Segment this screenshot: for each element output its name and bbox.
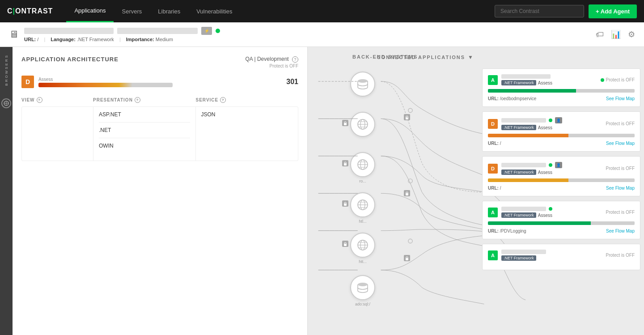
app-card-1: A .NET Framework Assess Protect is OFF	[482, 68, 640, 107]
node-label-5: htt...	[359, 259, 367, 264]
node-circle-3	[350, 152, 375, 177]
lock-2	[342, 120, 348, 126]
app-header: 🖥 ⚡ URL: / | Language: .NET Framework | …	[0, 22, 644, 47]
app-badge: D	[21, 76, 34, 88]
node-label-3: ro...	[359, 179, 366, 183]
tech-owin: OWIN	[99, 138, 190, 153]
backend-node-5: htt...	[350, 233, 375, 264]
nav-vulnerabilities[interactable]: Vulnerabilities	[188, 0, 240, 22]
app-meta: URL: / | Language: .NET Framework | Impo…	[24, 37, 590, 42]
badge-2: D	[488, 119, 498, 129]
monitor-icon: 🖥	[9, 29, 19, 40]
connected-apps-panel: A .NET Framework Assess Protect is OFF	[479, 65, 644, 335]
connected-title: CONNECTED APPLICATIONS ▼	[377, 54, 474, 60]
presentation-help-icon[interactable]: ?	[135, 97, 140, 103]
flow-canvas: BACK-END SYSTEMS CONNECTED APPLICATIONS …	[308, 47, 644, 335]
svg-point-33	[408, 179, 412, 183]
navbar: C|ONTRAST Applications Servers Libraries…	[0, 0, 644, 22]
lock-4	[342, 200, 348, 207]
svg-rect-10	[344, 163, 347, 165]
framework-4: .NET Framework Assess	[501, 212, 602, 218]
framework-3: .NET Framework Assess	[501, 170, 602, 175]
protect-5: Protect is OFF	[606, 253, 635, 258]
protect-4: Protect is OFF	[606, 210, 635, 215]
browsers-label: BROWSERS	[4, 54, 8, 86]
bar-chart-icon[interactable]: 📊	[611, 30, 621, 39]
protect-1: Protect is OFF	[606, 77, 635, 82]
svg-point-3	[358, 79, 368, 83]
svg-rect-29	[406, 117, 408, 119]
gear-icon[interactable]: ⚙	[628, 30, 635, 39]
env-label: QA | Development ?	[245, 56, 298, 63]
view-help-icon[interactable]: ?	[37, 97, 42, 103]
app-title-block: ⚡ URL: / | Language: .NET Framework | Im…	[24, 27, 590, 42]
tech-aspnet: ASP.NET	[99, 107, 190, 123]
tech-json: JSON	[201, 107, 293, 122]
backend-node-4: htl...	[350, 192, 375, 224]
score-bar	[38, 83, 173, 87]
score-bar-4	[488, 221, 635, 225]
svg-point-34	[408, 239, 412, 243]
service-help-icon[interactable]: ?	[220, 97, 226, 103]
protect-status: Protect is OFF	[245, 64, 298, 68]
architecture-panel: APPLICATION ARCHITECTURE QA | Developmen…	[13, 47, 308, 335]
env-help-icon[interactable]: ?	[292, 56, 298, 63]
framework-2: .NET Framework Assess	[501, 125, 602, 130]
svg-rect-22	[344, 244, 347, 246]
framework-1: .NET Framework Assess	[501, 80, 597, 85]
app-header-actions: 🏷 📊 ⚙	[596, 30, 635, 39]
see-flow-1[interactable]: See Flow Map	[606, 96, 635, 101]
view-column	[22, 107, 93, 161]
node-label-4: htl...	[359, 219, 366, 224]
badge-5: A	[488, 250, 498, 260]
svg-point-28	[358, 283, 368, 286]
app-card-2: D 👤 .NET Framework Assess Protect is OFF	[482, 111, 640, 152]
flow-lock-3	[404, 255, 410, 261]
app-status-dot	[216, 29, 220, 33]
view-header: VIEW ?	[21, 97, 93, 103]
badge-3: D	[488, 164, 498, 174]
see-flow-4[interactable]: See Flow Map	[606, 229, 635, 233]
presentation-header: PRESENTATION ?	[93, 97, 196, 103]
app-card-4: A .NET Framework Assess Protect is OFF	[482, 201, 640, 239]
node-circle-2	[350, 112, 375, 137]
search-input[interactable]	[495, 5, 584, 17]
see-flow-2[interactable]: See Flow Map	[606, 141, 635, 146]
presentation-column: ASP.NET .NET OWIN	[93, 107, 196, 161]
score-bar-2	[488, 134, 635, 137]
score-bar-3	[488, 178, 635, 182]
assess-label: Assess	[38, 77, 282, 82]
node-circle-1	[350, 72, 375, 97]
lock-3	[342, 160, 348, 166]
backend-node-1	[350, 72, 375, 98]
protect-2: Protect is OFF	[606, 121, 635, 126]
arch-title: APPLICATION ARCHITECTURE	[21, 56, 119, 63]
node-circle-5	[350, 233, 375, 258]
backend-node-3: ro...	[350, 152, 375, 183]
flow-lock-2	[404, 190, 410, 196]
nav-applications[interactable]: Applications	[66, 0, 114, 22]
tag-icon[interactable]: 🏷	[596, 30, 604, 39]
nav-libraries[interactable]: Libraries	[150, 0, 188, 22]
node-label-6: ado:sql:/	[355, 302, 370, 306]
nav-servers[interactable]: Servers	[114, 0, 150, 22]
filter-icon[interactable]: ▼	[468, 54, 474, 60]
backend-node-6: ado:sql:/	[350, 275, 375, 306]
backend-node-2	[350, 112, 375, 137]
protect-3: Protect is OFF	[606, 166, 635, 171]
node-circle-6	[350, 275, 375, 300]
badge-4: A	[488, 208, 498, 217]
sidebar: BROWSERS	[0, 47, 13, 335]
svg-rect-31	[406, 258, 408, 260]
app-card-5: A .NET Framework Protect is OFF	[482, 244, 640, 270]
service-header: SERVICE ?	[196, 97, 299, 103]
badge-1: A	[488, 75, 498, 85]
svg-rect-4	[344, 123, 347, 125]
app-mode-badge: ⚡	[201, 27, 212, 35]
tech-net: .NET	[99, 123, 190, 138]
sidebar-circle-icon[interactable]	[1, 98, 11, 108]
add-agent-button[interactable]: + Add Agent	[589, 4, 637, 18]
service-column: JSON	[196, 107, 298, 161]
see-flow-3[interactable]: See Flow Map	[606, 186, 635, 191]
app-score: 301	[286, 78, 298, 86]
